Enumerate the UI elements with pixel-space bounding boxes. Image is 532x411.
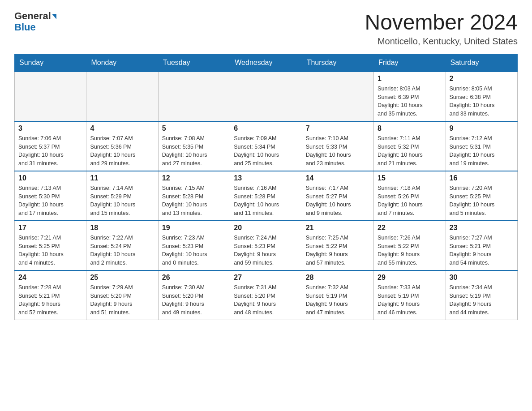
day-number: 16 [450, 174, 514, 182]
day-info: Sunrise: 8:03 AMSunset: 6:39 PMDaylight:… [378, 85, 442, 118]
calendar-cell: 8Sunrise: 7:11 AMSunset: 5:32 PMDaylight… [374, 121, 446, 171]
calendar-cell: 12Sunrise: 7:15 AMSunset: 5:28 PMDayligh… [158, 171, 230, 221]
day-number: 22 [378, 224, 442, 232]
logo-line2: Blue [14, 21, 36, 33]
calendar-cell: 11Sunrise: 7:14 AMSunset: 5:29 PMDayligh… [86, 171, 158, 221]
calendar-cell: 23Sunrise: 7:27 AMSunset: 5:21 PMDayligh… [446, 221, 517, 270]
day-info: Sunrise: 7:12 AMSunset: 5:31 PMDaylight:… [450, 134, 514, 168]
day-info: Sunrise: 7:08 AMSunset: 5:35 PMDaylight:… [162, 134, 226, 168]
week-row-3: 10Sunrise: 7:13 AMSunset: 5:30 PMDayligh… [15, 171, 518, 221]
day-number: 20 [234, 224, 298, 232]
calendar-cell: 14Sunrise: 7:17 AMSunset: 5:27 PMDayligh… [302, 171, 373, 221]
day-info: Sunrise: 7:17 AMSunset: 5:27 PMDaylight:… [306, 184, 370, 218]
day-number: 4 [90, 124, 154, 133]
title-block: November 2024 Monticello, Kentucky, Unit… [365, 11, 518, 47]
day-number: 24 [18, 274, 82, 282]
day-info: Sunrise: 7:28 AMSunset: 5:21 PMDaylight:… [18, 283, 82, 317]
day-info: Sunrise: 7:16 AMSunset: 5:28 PMDaylight:… [234, 184, 298, 218]
day-number: 29 [378, 274, 442, 282]
week-row-2: 3Sunrise: 7:06 AMSunset: 5:37 PMDaylight… [15, 121, 518, 171]
day-number: 11 [90, 174, 154, 182]
day-info: Sunrise: 8:05 AMSunset: 6:38 PMDaylight:… [450, 85, 514, 118]
day-number: 2 [450, 75, 514, 83]
day-info: Sunrise: 7:21 AMSunset: 5:25 PMDaylight:… [18, 234, 82, 267]
day-number: 21 [306, 224, 370, 232]
day-number: 28 [306, 274, 370, 282]
day-info: Sunrise: 7:09 AMSunset: 5:34 PMDaylight:… [234, 134, 298, 168]
page-subtitle: Monticello, Kentucky, United States [365, 36, 518, 47]
day-number: 5 [162, 124, 226, 133]
calendar-cell: 25Sunrise: 7:29 AMSunset: 5:20 PMDayligh… [86, 270, 158, 320]
day-number: 17 [18, 224, 82, 232]
day-info: Sunrise: 7:14 AMSunset: 5:29 PMDaylight:… [90, 184, 154, 218]
day-number: 3 [18, 124, 82, 133]
day-info: Sunrise: 7:13 AMSunset: 5:30 PMDaylight:… [18, 184, 82, 218]
calendar-cell: 15Sunrise: 7:18 AMSunset: 5:26 PMDayligh… [374, 171, 446, 221]
calendar-header-row: SundayMondayTuesdayWednesdayThursdayFrid… [15, 54, 518, 72]
calendar-cell: 9Sunrise: 7:12 AMSunset: 5:31 PMDaylight… [446, 121, 517, 171]
day-number: 18 [90, 224, 154, 232]
calendar-cell: 20Sunrise: 7:24 AMSunset: 5:23 PMDayligh… [230, 221, 302, 270]
day-number: 6 [234, 124, 298, 133]
calendar-cell: 6Sunrise: 7:09 AMSunset: 5:34 PMDaylight… [230, 121, 302, 171]
logo-line1: General [14, 11, 56, 21]
calendar-cell: 18Sunrise: 7:22 AMSunset: 5:24 PMDayligh… [86, 221, 158, 270]
day-number: 13 [234, 174, 298, 182]
day-info: Sunrise: 7:18 AMSunset: 5:26 PMDaylight:… [378, 184, 442, 218]
header: General Blue November 2024 Monticello, K… [14, 11, 518, 47]
day-info: Sunrise: 7:33 AMSunset: 5:19 PMDaylight:… [378, 283, 442, 317]
weekday-header-saturday: Saturday [446, 54, 517, 72]
calendar-cell [15, 72, 86, 121]
logo-triangle-icon [52, 14, 56, 19]
calendar-cell: 16Sunrise: 7:20 AMSunset: 5:25 PMDayligh… [446, 171, 517, 221]
day-info: Sunrise: 7:22 AMSunset: 5:24 PMDaylight:… [90, 234, 154, 267]
calendar-cell: 22Sunrise: 7:26 AMSunset: 5:22 PMDayligh… [374, 221, 446, 270]
day-info: Sunrise: 7:06 AMSunset: 5:37 PMDaylight:… [18, 134, 82, 168]
day-info: Sunrise: 7:15 AMSunset: 5:28 PMDaylight:… [162, 184, 226, 218]
calendar-cell: 10Sunrise: 7:13 AMSunset: 5:30 PMDayligh… [15, 171, 86, 221]
calendar-cell: 2Sunrise: 8:05 AMSunset: 6:38 PMDaylight… [446, 72, 517, 121]
calendar-cell: 5Sunrise: 7:08 AMSunset: 5:35 PMDaylight… [158, 121, 230, 171]
calendar-cell: 1Sunrise: 8:03 AMSunset: 6:39 PMDaylight… [374, 72, 446, 121]
logo: General Blue [14, 11, 56, 33]
day-number: 27 [234, 274, 298, 282]
day-info: Sunrise: 7:31 AMSunset: 5:20 PMDaylight:… [234, 283, 298, 317]
day-info: Sunrise: 7:26 AMSunset: 5:22 PMDaylight:… [378, 234, 442, 267]
calendar-cell: 28Sunrise: 7:32 AMSunset: 5:19 PMDayligh… [302, 270, 373, 320]
weekday-header-monday: Monday [86, 54, 158, 72]
weekday-header-wednesday: Wednesday [230, 54, 302, 72]
page-title: November 2024 [365, 11, 518, 34]
day-number: 30 [450, 274, 514, 282]
day-number: 23 [450, 224, 514, 232]
day-number: 25 [90, 274, 154, 282]
day-number: 19 [162, 224, 226, 232]
calendar-cell: 26Sunrise: 7:30 AMSunset: 5:20 PMDayligh… [158, 270, 230, 320]
day-info: Sunrise: 7:27 AMSunset: 5:21 PMDaylight:… [450, 234, 514, 267]
day-number: 9 [450, 124, 514, 133]
calendar-cell: 13Sunrise: 7:16 AMSunset: 5:28 PMDayligh… [230, 171, 302, 221]
day-info: Sunrise: 7:29 AMSunset: 5:20 PMDaylight:… [90, 283, 154, 317]
calendar-table: SundayMondayTuesdayWednesdayThursdayFrid… [14, 54, 518, 320]
calendar-cell: 7Sunrise: 7:10 AMSunset: 5:33 PMDaylight… [302, 121, 373, 171]
calendar-cell: 4Sunrise: 7:07 AMSunset: 5:36 PMDaylight… [86, 121, 158, 171]
calendar-cell: 29Sunrise: 7:33 AMSunset: 5:19 PMDayligh… [374, 270, 446, 320]
day-number: 15 [378, 174, 442, 182]
calendar-cell: 30Sunrise: 7:34 AMSunset: 5:19 PMDayligh… [446, 270, 517, 320]
calendar-cell [230, 72, 302, 121]
week-row-1: 1Sunrise: 8:03 AMSunset: 6:39 PMDaylight… [15, 72, 518, 121]
day-number: 12 [162, 174, 226, 182]
calendar-cell [302, 72, 373, 121]
day-info: Sunrise: 7:20 AMSunset: 5:25 PMDaylight:… [450, 184, 514, 218]
day-number: 1 [378, 75, 442, 83]
weekday-header-thursday: Thursday [302, 54, 373, 72]
week-row-5: 24Sunrise: 7:28 AMSunset: 5:21 PMDayligh… [15, 270, 518, 320]
day-number: 10 [18, 174, 82, 182]
day-info: Sunrise: 7:11 AMSunset: 5:32 PMDaylight:… [378, 134, 442, 168]
calendar-cell: 21Sunrise: 7:25 AMSunset: 5:22 PMDayligh… [302, 221, 373, 270]
week-row-4: 17Sunrise: 7:21 AMSunset: 5:25 PMDayligh… [15, 221, 518, 270]
day-info: Sunrise: 7:25 AMSunset: 5:22 PMDaylight:… [306, 234, 370, 267]
day-info: Sunrise: 7:30 AMSunset: 5:20 PMDaylight:… [162, 283, 226, 317]
calendar-cell: 27Sunrise: 7:31 AMSunset: 5:20 PMDayligh… [230, 270, 302, 320]
calendar-cell: 24Sunrise: 7:28 AMSunset: 5:21 PMDayligh… [15, 270, 86, 320]
day-number: 7 [306, 124, 370, 133]
